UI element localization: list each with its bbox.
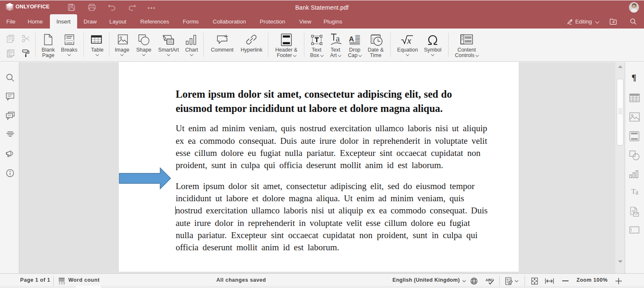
svg-text:a: a: [336, 34, 340, 44]
svg-text:x: x: [407, 35, 411, 45]
svg-text:A: A: [349, 35, 354, 43]
svg-text:1 2 3: 1 2 3: [59, 282, 65, 284]
